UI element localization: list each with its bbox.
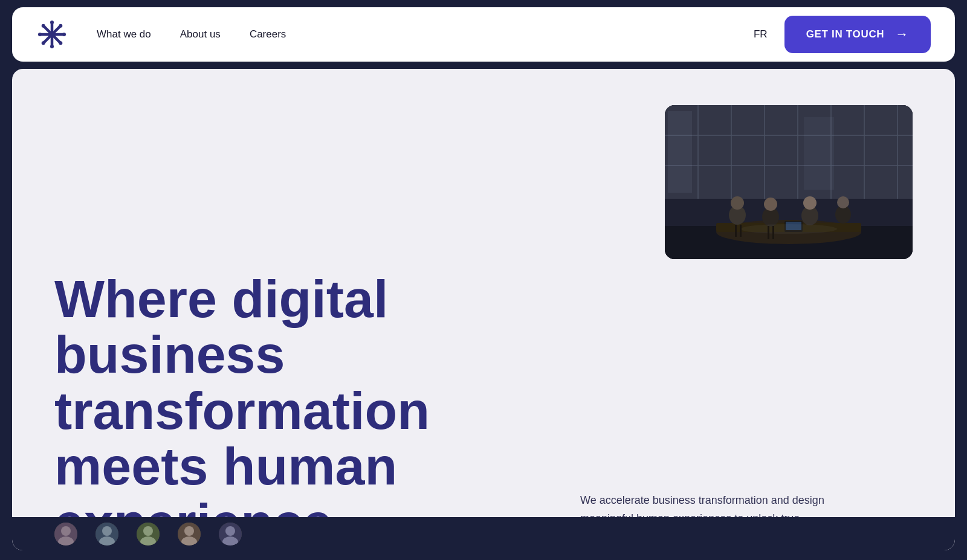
svg-point-58 <box>225 526 235 536</box>
nav-right: FR GET IN TOUCH → <box>754 16 931 53</box>
svg-point-35 <box>803 196 817 210</box>
svg-rect-42 <box>740 225 742 237</box>
svg-point-4 <box>50 21 54 24</box>
hero-section: Where digital business transformation me… <box>12 69 955 550</box>
svg-point-52 <box>143 526 153 536</box>
svg-rect-41 <box>735 225 737 237</box>
hero-image <box>665 105 913 259</box>
svg-rect-44 <box>772 226 774 239</box>
svg-point-55 <box>184 526 194 536</box>
cta-arrow-icon: → <box>895 27 909 42</box>
nav-link-careers[interactable]: Careers <box>250 28 286 40</box>
nav-link-about-us[interactable]: About us <box>180 28 221 40</box>
hero-top <box>54 105 913 259</box>
get-in-touch-button[interactable]: GET IN TOUCH → <box>784 16 931 53</box>
strip-avatar-4 <box>178 523 201 546</box>
meeting-room-illustration <box>665 105 913 259</box>
svg-point-7 <box>62 33 66 36</box>
language-switcher[interactable]: FR <box>754 28 768 40</box>
strip-avatar-5 <box>219 523 242 546</box>
hero-body: Where digital business transformation me… <box>54 271 913 550</box>
nav-wrapper: What we do About us Careers FR GET IN TO… <box>0 0 967 69</box>
bottom-strip <box>12 517 955 550</box>
nav-link-what-we-do[interactable]: What we do <box>97 28 151 40</box>
svg-point-33 <box>764 198 777 211</box>
svg-rect-25 <box>668 111 692 193</box>
nav-links: What we do About us Careers <box>97 28 754 40</box>
strip-avatar-3 <box>137 523 160 546</box>
strip-avatar-2 <box>95 523 118 546</box>
cta-label: GET IN TOUCH <box>806 28 885 40</box>
svg-point-37 <box>837 196 849 208</box>
navbar: What we do About us Careers FR GET IN TO… <box>12 7 955 62</box>
logo-icon <box>36 19 68 50</box>
svg-point-11 <box>42 41 45 45</box>
svg-point-10 <box>59 24 62 28</box>
svg-rect-43 <box>768 226 769 239</box>
svg-point-31 <box>731 196 744 210</box>
svg-rect-26 <box>804 117 834 190</box>
svg-point-46 <box>61 526 71 536</box>
svg-point-49 <box>102 526 112 536</box>
hero-headline: Where digital business transformation me… <box>54 271 580 550</box>
svg-point-8 <box>42 24 45 28</box>
svg-point-9 <box>59 41 62 45</box>
logo[interactable] <box>36 19 68 50</box>
svg-point-5 <box>50 45 54 48</box>
svg-point-40 <box>740 224 837 234</box>
svg-point-6 <box>38 33 42 36</box>
svg-rect-24 <box>665 105 913 199</box>
strip-avatar-1 <box>54 523 77 546</box>
